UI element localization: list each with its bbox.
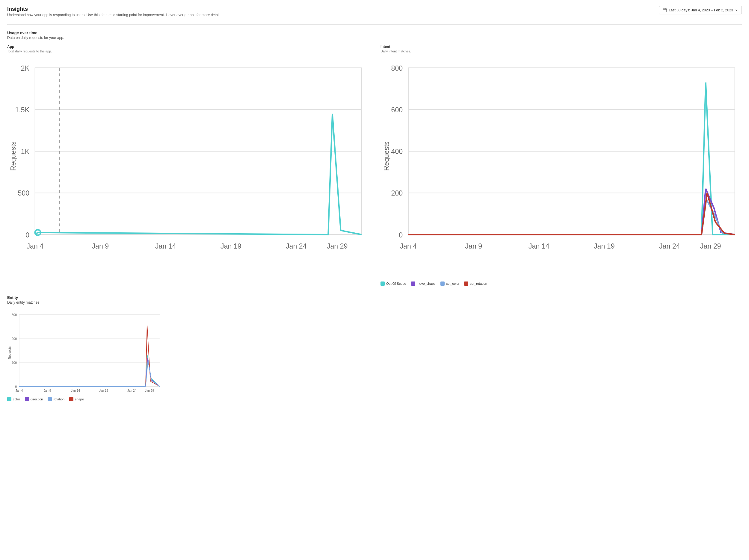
entity-legend-label-rotation: rotation xyxy=(53,397,64,401)
intent-legend-label-out-of-scope: Out Of Scope xyxy=(386,282,406,285)
page-subtitle: Understand how your app is responding to… xyxy=(7,13,220,17)
usage-section-desc: Data on daily requests for your app. xyxy=(7,36,742,40)
intent-legend-swatch-set-rotation xyxy=(464,282,468,286)
app-x-jan9: Jan 9 xyxy=(92,242,109,250)
entity-direction-line xyxy=(19,358,160,387)
entity-x-jan4: Jan 4 xyxy=(16,389,23,392)
intent-legend-out-of-scope: Out Of Scope xyxy=(381,282,406,286)
intent-set-color-line xyxy=(408,199,735,234)
intent-y-600: 600 xyxy=(391,106,403,114)
entity-legend-color: color xyxy=(7,397,20,401)
intent-legend-set-rotation: set_rotation xyxy=(464,282,487,286)
app-chart-svg: 2K 1.5K 1K 500 0 Requests Jan 4 Jan 9 xyxy=(7,55,368,264)
entity-y-axis-label: Requests xyxy=(8,346,12,359)
entity-legend-swatch-direction xyxy=(25,397,29,401)
intent-y-0: 0 xyxy=(399,231,403,239)
intent-legend: Out Of Scope move_shape set_color set_ro… xyxy=(381,282,742,286)
intent-y-200: 200 xyxy=(391,189,403,197)
entity-legend-swatch-rotation xyxy=(48,397,52,401)
intent-y-800: 800 xyxy=(391,64,403,72)
intent-legend-label-set-rotation: set_rotation xyxy=(470,282,487,285)
entity-x-jan29: Jan 29 xyxy=(145,389,154,392)
app-x-jan14: Jan 14 xyxy=(155,242,176,250)
intent-y-axis-label: Requests xyxy=(383,141,390,171)
intent-legend-label-set-color: set_color xyxy=(446,282,459,285)
app-y-label-0: 0 xyxy=(25,231,29,239)
intent-x-jan4: Jan 4 xyxy=(400,242,417,250)
intent-x-jan29: Jan 29 xyxy=(700,242,721,250)
intent-legend-swatch-set-color xyxy=(441,282,445,286)
intent-legend-swatch-move-shape xyxy=(411,282,415,286)
date-range-button[interactable]: Last 30 days: Jan 4, 2023 – Feb 2, 2023 xyxy=(659,6,742,14)
entity-legend: color direction rotation shape xyxy=(7,397,163,401)
intent-chart-container: Intent Daily intent matches. 800 600 400… xyxy=(381,45,742,286)
intent-x-jan9: Jan 9 xyxy=(465,242,482,250)
entity-legend-rotation: rotation xyxy=(48,397,64,401)
entity-chart-wrap: 300 200 100 0 Requests Jan 4 Jan 9 Jan 1… xyxy=(7,309,163,401)
intent-move-shape-line xyxy=(408,189,735,234)
entity-legend-label-color: color xyxy=(13,397,20,401)
intent-chart-title: Intent xyxy=(381,45,742,49)
intent-chart-subtitle: Daily intent matches. xyxy=(381,49,742,53)
app-chart-subtitle: Total daily requests to the app. xyxy=(7,49,368,53)
app-x-jan29: Jan 29 xyxy=(327,242,348,250)
app-y-label-2k: 2K xyxy=(21,64,30,72)
intent-set-rotation-line xyxy=(408,193,735,234)
top-charts-row: App Total daily requests to the app. 2K … xyxy=(7,45,742,286)
entity-x-jan24: Jan 24 xyxy=(127,389,136,392)
entity-y-0: 0 xyxy=(15,385,17,388)
entity-x-jan9: Jan 9 xyxy=(44,389,51,392)
entity-chart-svg: 300 200 100 0 Requests Jan 4 Jan 9 Jan 1… xyxy=(7,309,163,393)
intent-y-400: 400 xyxy=(391,148,403,155)
entity-x-jan14: Jan 14 xyxy=(71,389,80,392)
entity-legend-swatch-color xyxy=(7,397,12,401)
entity-y-300: 300 xyxy=(12,313,17,316)
entity-legend-label-shape: shape xyxy=(75,397,84,401)
app-chart-wrap: 2K 1.5K 1K 500 0 Requests Jan 4 Jan 9 xyxy=(7,55,368,265)
entity-legend-label-direction: direction xyxy=(30,397,43,401)
app-x-jan19: Jan 19 xyxy=(220,242,241,250)
intent-legend-set-color: set_color xyxy=(441,282,459,286)
entity-legend-direction: direction xyxy=(25,397,43,401)
entity-rotation-line xyxy=(19,360,160,387)
app-chart-title: App xyxy=(7,45,368,49)
entity-chart-section: Entity Daily entity matches 300 200 100 … xyxy=(7,295,163,401)
entity-y-100: 100 xyxy=(12,361,17,364)
app-y-label-500: 500 xyxy=(18,189,30,197)
entity-chart-title: Entity xyxy=(7,295,163,300)
intent-legend-label-move-shape: move_shape xyxy=(417,282,435,285)
entity-chart-subtitle: Daily entity matches xyxy=(7,300,163,305)
date-range-label: Last 30 days: Jan 4, 2023 – Feb 2, 2023 xyxy=(669,8,733,12)
intent-chart-wrap: 800 600 400 200 0 Requests Jan 4 Jan 9 J… xyxy=(381,55,742,286)
entity-color-line xyxy=(19,356,160,387)
svg-rect-0 xyxy=(663,9,667,12)
intent-legend-move-shape: move_shape xyxy=(411,282,435,286)
chevron-down-icon xyxy=(735,9,738,12)
intent-out-of-scope-line xyxy=(408,82,735,234)
entity-shape-line xyxy=(19,326,160,387)
header-divider xyxy=(7,24,742,25)
entity-chart-border xyxy=(19,315,160,387)
app-chart-container: App Total daily requests to the app. 2K … xyxy=(7,45,368,286)
entity-legend-swatch-shape xyxy=(69,397,73,401)
entity-y-200: 200 xyxy=(12,337,17,340)
app-line xyxy=(35,114,362,235)
intent-x-jan19: Jan 19 xyxy=(594,242,615,250)
app-y-label-1k: 1K xyxy=(21,148,30,155)
intent-chart-svg: 800 600 400 200 0 Requests Jan 4 Jan 9 J… xyxy=(381,55,742,277)
intent-x-jan14: Jan 14 xyxy=(529,242,550,250)
entity-x-jan19: Jan 19 xyxy=(99,389,108,392)
intent-x-jan24: Jan 24 xyxy=(659,242,680,250)
app-y-label-15k: 1.5K xyxy=(15,106,30,114)
calendar-icon xyxy=(663,8,667,12)
app-x-jan24: Jan 24 xyxy=(286,242,307,250)
intent-legend-swatch-out-of-scope xyxy=(381,282,385,286)
page-title: Insights xyxy=(7,6,220,12)
usage-section-label: Usage over time xyxy=(7,30,742,35)
app-x-jan4: Jan 4 xyxy=(26,242,43,250)
app-y-axis-label: Requests xyxy=(9,141,17,171)
entity-legend-shape: shape xyxy=(69,397,84,401)
